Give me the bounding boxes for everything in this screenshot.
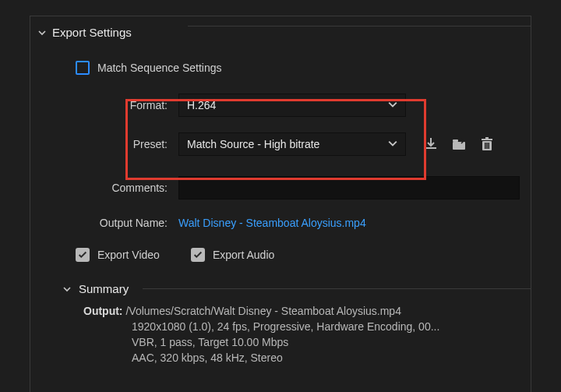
delete-preset-icon[interactable] <box>479 136 495 152</box>
preset-icon-group <box>423 136 495 152</box>
summary-body: Output: /Volumes/Scratch/Walt Disney - S… <box>83 303 531 366</box>
svg-rect-1 <box>453 142 465 150</box>
preset-label: Preset: <box>30 138 178 150</box>
summary-line-audio: AAC, 320 kbps, 48 kHz, Stereo <box>132 350 531 366</box>
svg-rect-8 <box>489 143 490 149</box>
export-audio-item: Export Audio <box>191 248 274 262</box>
svg-rect-5 <box>485 137 489 139</box>
export-video-checkbox[interactable] <box>76 248 90 262</box>
divider <box>188 26 531 26</box>
output-name-label: Output Name: <box>30 217 178 229</box>
match-sequence-label: Match Sequence Settings <box>97 62 222 74</box>
summary-title: Summary <box>79 282 129 295</box>
svg-rect-6 <box>485 143 486 149</box>
summary-line-bitrate: VBR, 1 pass, Target 10.00 Mbps <box>132 334 531 350</box>
import-preset-icon[interactable] <box>451 136 467 152</box>
summary-output-label: Output: <box>83 305 123 317</box>
chevron-down-icon <box>388 138 397 150</box>
comments-row: Comments: <box>30 176 531 200</box>
preset-select[interactable]: Match Source - High bitrate <box>178 132 406 156</box>
export-settings-panel: Export Settings Match Sequence Settings … <box>30 16 531 392</box>
summary-section: Summary Output: /Volumes/Scratch/Walt Di… <box>63 282 531 366</box>
chevron-down-icon <box>388 99 397 111</box>
section-title: Export Settings <box>52 26 132 39</box>
export-video-item: Export Video <box>76 248 160 262</box>
preset-value: Match Source - High bitrate <box>187 138 319 150</box>
comments-label: Comments: <box>30 182 178 194</box>
export-audio-label: Export Audio <box>213 249 274 261</box>
chevron-down-icon <box>63 285 71 293</box>
summary-header[interactable]: Summary <box>63 282 531 295</box>
export-video-label: Export Video <box>97 249 160 261</box>
chevron-down-icon <box>38 29 46 37</box>
divider <box>143 288 531 289</box>
format-value: H.264 <box>187 99 216 111</box>
format-label: Format: <box>30 99 178 111</box>
summary-line-video: 1920x1080 (1.0), 24 fps, Progressive, Ha… <box>132 319 531 334</box>
output-name-row: Output Name: Walt Disney - Steamboat Alo… <box>30 217 531 229</box>
save-preset-icon[interactable] <box>423 136 439 152</box>
section-header[interactable]: Export Settings <box>30 26 531 39</box>
match-sequence-checkbox[interactable] <box>76 61 90 75</box>
svg-rect-7 <box>486 143 488 149</box>
svg-rect-4 <box>482 139 492 140</box>
svg-rect-0 <box>425 147 436 149</box>
summary-output-row: Output: /Volumes/Scratch/Walt Disney - S… <box>83 303 531 319</box>
format-select[interactable]: H.264 <box>178 94 406 117</box>
summary-output-path: /Volumes/Scratch/Walt Disney - Steamboat… <box>125 305 401 317</box>
export-toggles: Export Video Export Audio <box>76 248 531 262</box>
comments-input[interactable] <box>178 176 520 200</box>
summary-lines: 1920x1080 (1.0), 24 fps, Progressive, Ha… <box>83 319 531 366</box>
format-row: Format: H.264 <box>30 94 531 117</box>
preset-row: Preset: Match Source - High bitrate <box>30 132 531 156</box>
output-name-link[interactable]: Walt Disney - Steamboat Aloysius.mp4 <box>178 217 366 229</box>
match-sequence-row: Match Sequence Settings <box>76 61 531 75</box>
svg-rect-2 <box>453 139 458 142</box>
export-audio-checkbox[interactable] <box>191 248 205 262</box>
